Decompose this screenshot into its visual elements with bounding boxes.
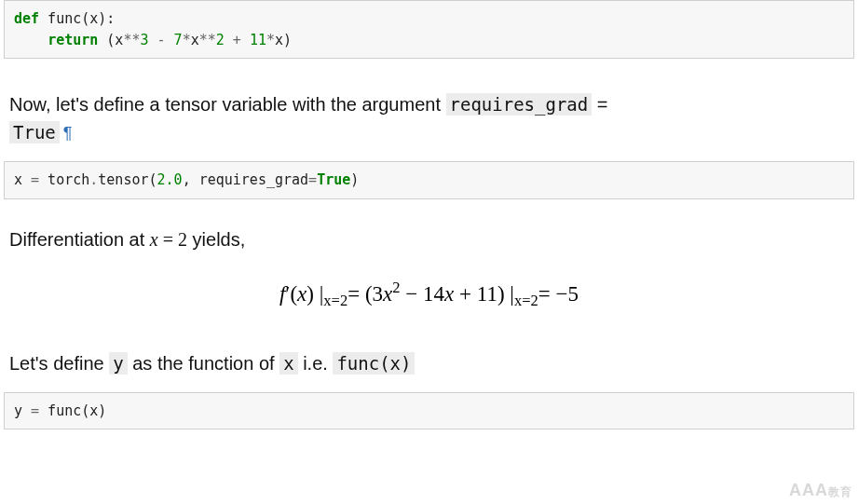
math-display-derivative: f′(x) |x=2= (3x2 − 14x + 11) |x=2= −5: [0, 266, 858, 331]
func-signature: func(x):: [39, 10, 115, 27]
expr-end: x): [275, 32, 292, 48]
code-cell-func-def: def func(x): return (x**3 - 7*x**2 + 11*…: [4, 0, 854, 59]
num-11: 11: [250, 32, 266, 48]
bool-true: True: [317, 171, 350, 188]
text: as the function of: [128, 353, 279, 374]
markdown-diff-intro: Differentiation at x = 2 yields,: [0, 224, 858, 266]
expr-start: (x: [98, 32, 123, 48]
num-2: 2: [216, 32, 225, 48]
inline-code-x: x: [279, 352, 297, 375]
inline-code-y: y: [109, 352, 127, 375]
op-minus: -: [157, 32, 166, 48]
code-cell-y-func: y = func(x): [4, 392, 854, 430]
op-pow: **: [199, 32, 216, 48]
keyword-def: def: [14, 10, 39, 27]
inline-code-requires-grad: requires_grad: [446, 93, 592, 116]
num-3: 3: [140, 32, 148, 48]
op-mul: *: [183, 32, 191, 48]
inline-code-true: True: [9, 121, 60, 143]
num-7: 7: [174, 32, 183, 48]
text: Now, let's define a tensor variable with…: [9, 94, 446, 115]
op-mul: *: [266, 32, 275, 48]
markdown-define-y: Let's define y as the function of x i.e.…: [0, 338, 858, 379]
op-pow: **: [123, 32, 140, 48]
text: i.e.: [298, 353, 334, 374]
anchor-link[interactable]: ¶: [63, 124, 73, 143]
math-x: x: [150, 229, 158, 250]
keyword-return: return: [48, 32, 98, 48]
text: Differentiation at: [9, 229, 150, 250]
text: Let's define: [9, 353, 109, 374]
inline-code-funcx: func(x): [333, 352, 415, 375]
num-2-0: 2.0: [157, 171, 183, 188]
text: =: [592, 94, 607, 115]
code-cell-tensor: x = torch.tensor(2.0, requires_grad=True…: [4, 161, 854, 199]
markdown-tensor-intro: Now, let's define a tensor variable with…: [0, 79, 858, 148]
math-eq-2: = 2: [158, 229, 187, 250]
op-plus: +: [233, 32, 241, 48]
text: yields,: [187, 229, 245, 250]
indent: [14, 32, 48, 48]
